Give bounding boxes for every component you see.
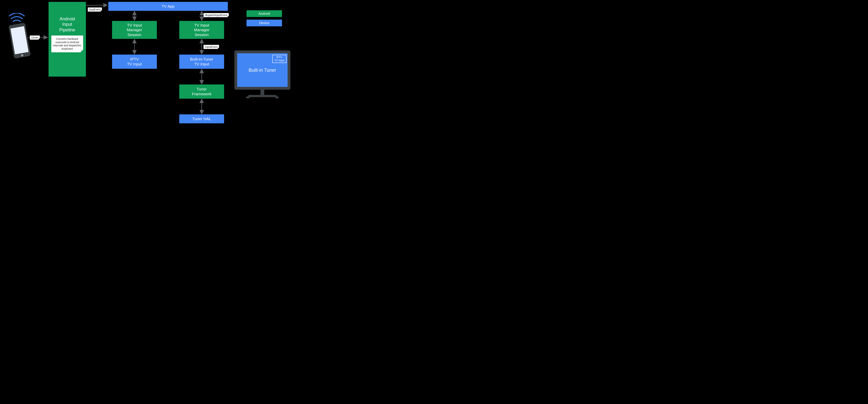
monitor-neck	[260, 90, 264, 95]
legend-android: Android	[247, 10, 282, 17]
tims-right-box: TV Input Manager Session	[179, 21, 224, 39]
tv-app-label: TV App	[162, 4, 175, 9]
builtin-tuner-input-box: Built-in-Tuner TV Input	[179, 55, 224, 69]
tims-right-label: TV Input Manager Session	[194, 23, 210, 37]
tuner-framework-box: Tuner Framework	[179, 84, 224, 99]
pipeline-note: Converts hardware scancode to Android ke…	[51, 35, 83, 52]
driver-label: Driver	[30, 35, 40, 39]
tv-app-box: TV App	[108, 2, 228, 11]
iptv-input-box: IPTV TV Input	[112, 55, 157, 69]
keyevent-label: KeyEvent	[88, 7, 102, 11]
monitor-foot-left	[246, 96, 249, 98]
monitor-base	[248, 95, 276, 97]
inputevent-label: InputEvent	[204, 45, 219, 49]
tuner-hal-box: Tuner HAL	[179, 114, 224, 123]
monitor-inset: IPTV TV Input	[272, 55, 286, 63]
monitor-title: Built-in Tuner	[249, 67, 276, 73]
tuner-framework-label: Tuner Framework	[192, 87, 211, 96]
phone-icon	[2, 13, 32, 62]
builtin-tuner-input-label: Built-in-Tuner TV Input	[190, 57, 213, 66]
monitor-foot-right	[275, 96, 279, 98]
tuner-hal-label: Tuner HAL	[192, 116, 211, 121]
iptv-input-label: IPTV TV Input	[127, 57, 142, 66]
tims-left-label: TV Input Manager Session	[127, 23, 142, 37]
pipeline-title: Android Input Pipeline	[59, 16, 75, 32]
legend-device: Device	[247, 20, 282, 26]
tims-left-box: TV Input Manager Session	[112, 21, 157, 39]
dispatchinputevent-label: dispatchInputEvent	[204, 13, 229, 17]
